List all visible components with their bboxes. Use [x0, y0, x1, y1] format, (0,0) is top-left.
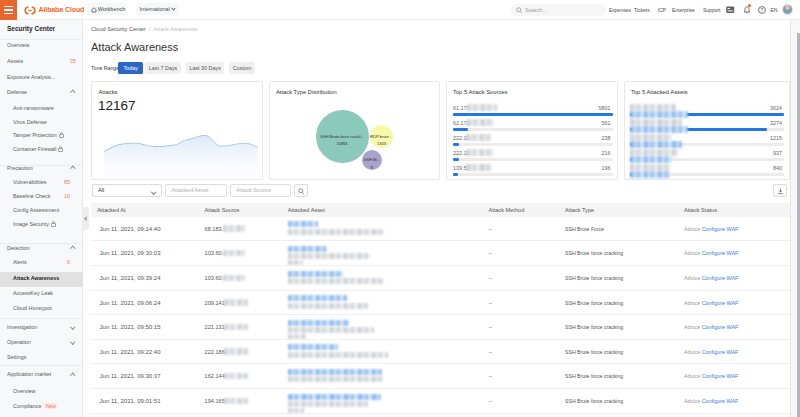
svg-text:?: ?	[760, 6, 763, 12]
